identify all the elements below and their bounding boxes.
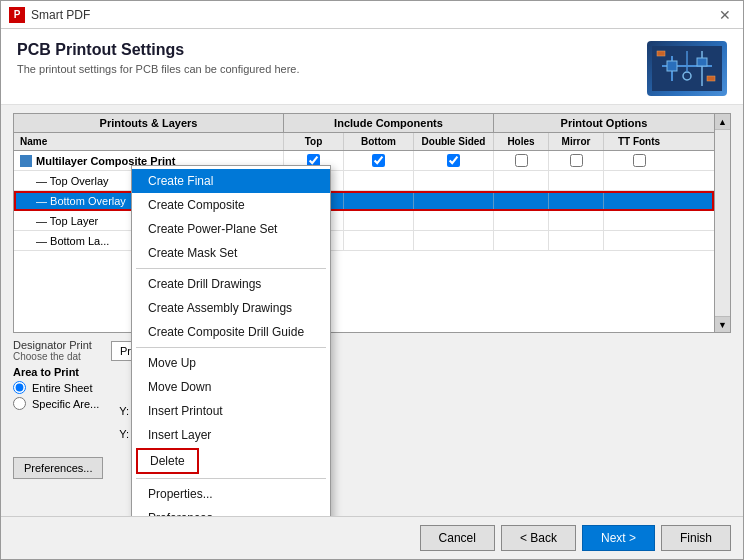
area-left: Entire Sheet Specific Are...	[13, 381, 99, 413]
empty-cell	[494, 211, 549, 230]
col-bottom: Bottom	[344, 133, 414, 150]
ctx-create-composite[interactable]: Create Composite	[132, 193, 330, 217]
empty-cell	[414, 211, 494, 230]
empty-cell	[604, 211, 674, 230]
empty-cell	[344, 211, 414, 230]
ctx-move-up[interactable]: Move Up	[132, 351, 330, 375]
back-button[interactable]: < Back	[501, 525, 576, 551]
double-sided-checkbox[interactable]	[447, 154, 460, 167]
scroll-track	[715, 130, 730, 316]
row-bottom-check	[344, 151, 414, 170]
bottom-checkbox[interactable]	[372, 154, 385, 167]
titlebar-left: P Smart PDF	[9, 7, 90, 23]
finish-button[interactable]: Finish	[661, 525, 731, 551]
ctx-sep-3	[136, 478, 326, 479]
col-subheader: Name Top Bottom Double Sided Holes Mirro…	[14, 133, 714, 151]
table-row: Multilayer Composite Print	[14, 151, 714, 171]
ctx-delete[interactable]: Delete	[136, 448, 199, 474]
row-holes-check	[494, 151, 549, 170]
empty-cell-sel	[414, 191, 494, 210]
empty-cell	[604, 231, 674, 250]
empty-cell	[414, 231, 494, 250]
preferences-button[interactable]: Preferences...	[13, 457, 103, 479]
page-subtitle: The printout settings for PCB files can …	[17, 63, 300, 75]
empty-cell-sel	[604, 191, 674, 210]
mirror-checkbox[interactable]	[570, 154, 583, 167]
col-name: Name	[14, 133, 284, 150]
content-area: Printouts & Layers Include Components Pr…	[1, 105, 743, 516]
col-top: Top	[284, 133, 344, 150]
row-double-sided-check	[414, 151, 494, 170]
ctx-create-composite-drill[interactable]: Create Composite Drill Guide	[132, 320, 330, 344]
specific-radio[interactable]	[13, 397, 26, 410]
empty-cell-sel	[549, 191, 604, 210]
close-button[interactable]: ✕	[715, 5, 735, 25]
ctx-properties[interactable]: Properties...	[132, 482, 330, 506]
main-window: P Smart PDF ✕ PCB Printout Settings The …	[0, 0, 744, 560]
designator-row: Designator Print Choose the dat Print Ph…	[13, 339, 731, 362]
empty-cell-sel	[344, 191, 414, 210]
app-icon: P	[9, 7, 25, 23]
table-row: — Top Layer	[14, 211, 714, 231]
table-row: — Top Overlay	[14, 171, 714, 191]
empty-cell	[549, 171, 604, 190]
ctx-insert-printout[interactable]: Insert Printout	[132, 399, 330, 423]
svg-rect-8	[657, 51, 665, 56]
ctx-create-final[interactable]: Create Final	[132, 169, 330, 193]
titlebar: P Smart PDF ✕	[1, 1, 743, 29]
table-inner: Printouts & Layers Include Components Pr…	[14, 114, 714, 332]
empty-cell	[549, 211, 604, 230]
svg-rect-5	[697, 58, 707, 66]
tt-checkbox[interactable]	[633, 154, 646, 167]
window-title: Smart PDF	[31, 8, 90, 22]
ctx-create-assembly[interactable]: Create Assembly Drawings	[132, 296, 330, 320]
ctx-create-mask[interactable]: Create Mask Set	[132, 241, 330, 265]
specific-label: Specific Are...	[32, 398, 99, 410]
logo-svg	[652, 46, 722, 91]
empty-cell	[549, 231, 604, 250]
radio-specific: Specific Are...	[13, 397, 99, 410]
entire-radio[interactable]	[13, 381, 26, 394]
scroll-down-arrow[interactable]: ▼	[715, 316, 730, 332]
printout-icon	[20, 155, 32, 167]
col-mirror: Mirror	[549, 133, 604, 150]
header-logo	[647, 41, 727, 96]
area-section: Area to Print Entire Sheet Specific Are.…	[13, 366, 731, 447]
ctx-preferences[interactable]: Preferences...	[132, 506, 330, 516]
holes-checkbox[interactable]	[515, 154, 528, 167]
area-title: Area to Print	[13, 366, 731, 378]
context-menu: Create Final Create Composite Create Pow…	[131, 165, 331, 516]
area-options: Entire Sheet Specific Are... Y: Define Y…	[13, 381, 731, 447]
table-row[interactable]: — Bottom Overlay	[14, 191, 714, 211]
scroll-up-arrow[interactable]: ▲	[715, 114, 730, 130]
printouts-table: Printouts & Layers Include Components Pr…	[13, 113, 731, 333]
ctx-sep-2	[136, 347, 326, 348]
col-group-options: Printout Options	[494, 114, 714, 132]
ctx-sep-1	[136, 268, 326, 269]
ctx-create-drill[interactable]: Create Drill Drawings	[132, 272, 330, 296]
header-text: PCB Printout Settings The printout setti…	[17, 41, 300, 75]
col-group-header: Printouts & Layers Include Components Pr…	[14, 114, 714, 133]
prefs-area: Preferences...	[13, 451, 731, 479]
empty-cell	[604, 171, 674, 190]
page-title: PCB Printout Settings	[17, 41, 300, 59]
ctx-move-down[interactable]: Move Down	[132, 375, 330, 399]
next-button[interactable]: Next >	[582, 525, 655, 551]
empty-cell	[494, 171, 549, 190]
entire-label: Entire Sheet	[32, 382, 93, 394]
empty-cell	[414, 171, 494, 190]
row-tt-check	[604, 151, 674, 170]
col-tt-fonts: TT Fonts	[604, 133, 674, 150]
col-group-components: Include Components	[284, 114, 494, 132]
svg-rect-9	[707, 76, 715, 81]
ctx-insert-layer[interactable]: Insert Layer	[132, 423, 330, 447]
ctx-create-power-plane[interactable]: Create Power-Plane Set	[132, 217, 330, 241]
col-group-printouts: Printouts & Layers	[14, 114, 284, 132]
footer: Cancel < Back Next > Finish	[1, 516, 743, 559]
cancel-button[interactable]: Cancel	[420, 525, 495, 551]
empty-cell	[494, 231, 549, 250]
empty-cell-sel	[494, 191, 549, 210]
empty-cell	[344, 231, 414, 250]
col-holes: Holes	[494, 133, 549, 150]
col-double-sided: Double Sided	[414, 133, 494, 150]
